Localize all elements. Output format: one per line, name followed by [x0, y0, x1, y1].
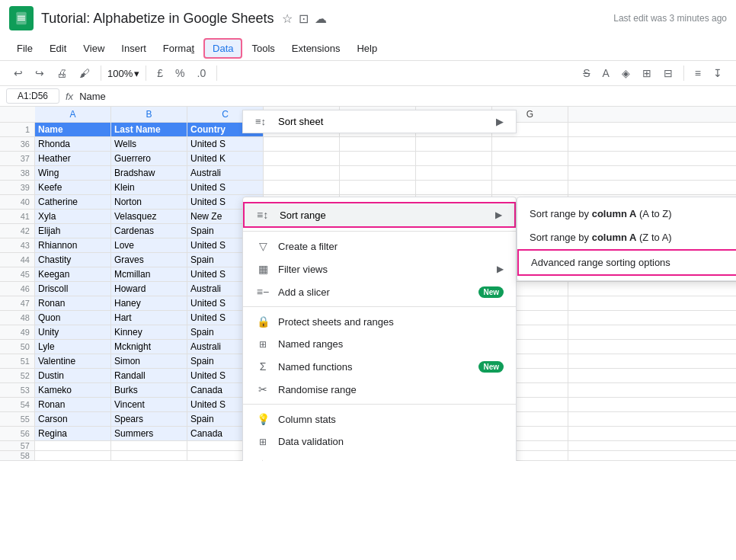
col-header-A[interactable]: A: [35, 107, 111, 122]
sort-range-menu-item[interactable]: ≡↕ Sort range ▶: [243, 202, 516, 228]
col-header-B[interactable]: B: [111, 107, 187, 122]
cell[interactable]: [111, 441, 187, 450]
cell[interactable]: Cardenas: [111, 224, 187, 238]
merge-button[interactable]: ⊟: [659, 64, 677, 82]
cell[interactable]: Quon: [35, 311, 111, 325]
cell[interactable]: Driscoll: [35, 282, 111, 296]
cell[interactable]: [35, 451, 111, 460]
cell[interactable]: Rhiannon: [35, 238, 111, 252]
menu-data[interactable]: Data: [203, 38, 242, 59]
borders-button[interactable]: ⊞: [638, 64, 656, 82]
cell[interactable]: [492, 166, 568, 180]
cell[interactable]: [264, 137, 340, 151]
cell[interactable]: Haney: [111, 296, 187, 310]
cell[interactable]: Rhonda: [35, 137, 111, 151]
cell[interactable]: Dustin: [35, 369, 111, 382]
cell[interactable]: Klein: [111, 181, 187, 194]
cell[interactable]: [416, 181, 492, 194]
percent-button[interactable]: %: [171, 64, 189, 82]
cell[interactable]: Simon: [111, 354, 187, 368]
cell[interactable]: [340, 166, 416, 180]
cell[interactable]: Wells: [111, 137, 187, 151]
cell[interactable]: Catherine: [35, 195, 111, 209]
cell[interactable]: Velasquez: [111, 210, 187, 223]
cell[interactable]: Love: [111, 238, 187, 252]
cell[interactable]: Spears: [111, 412, 187, 426]
cell[interactable]: United S: [187, 181, 264, 194]
cell[interactable]: Unity: [35, 325, 111, 339]
cell[interactable]: Bradshaw: [111, 166, 187, 180]
fill-color-button[interactable]: ◈: [617, 64, 635, 82]
menu-extensions[interactable]: Extensions: [284, 40, 348, 57]
cell[interactable]: Kinney: [111, 325, 187, 339]
cell-b1[interactable]: Last Name: [111, 123, 187, 136]
cell[interactable]: [340, 181, 416, 194]
advanced-sort-item[interactable]: Advanced range sorting options: [517, 249, 736, 276]
cell[interactable]: Howard: [111, 282, 187, 296]
cell[interactable]: [492, 181, 568, 194]
zoom-dropdown-icon[interactable]: ▾: [134, 68, 139, 79]
cell[interactable]: Regina: [35, 427, 111, 440]
cell[interactable]: Keefe: [35, 181, 111, 194]
cell-a1[interactable]: Name: [35, 123, 111, 136]
cell[interactable]: Kameko: [35, 383, 111, 397]
cell[interactable]: Summers: [111, 427, 187, 440]
add-slicer-item[interactable]: ≡− Add a slicer New: [243, 280, 516, 303]
cell[interactable]: [264, 152, 340, 165]
named-functions-item[interactable]: Σ Named functions New: [243, 355, 516, 378]
menu-view[interactable]: View: [75, 40, 112, 57]
cell[interactable]: [35, 441, 111, 450]
cell[interactable]: [492, 137, 568, 151]
currency-button[interactable]: £: [152, 64, 168, 82]
named-ranges-item[interactable]: ⊞ Named ranges: [243, 333, 516, 355]
decimal-button[interactable]: .0: [193, 64, 211, 82]
menu-tools[interactable]: Tools: [244, 40, 282, 57]
cell[interactable]: Chastity: [35, 253, 111, 267]
menu-format[interactable]: Format: [155, 40, 202, 57]
cloud-icon[interactable]: ☁: [315, 11, 327, 26]
cell[interactable]: Ronan: [35, 398, 111, 411]
paint-format-button[interactable]: 🖌: [75, 64, 94, 82]
protect-sheets-item[interactable]: 🔒 Protect sheets and ranges: [243, 310, 516, 333]
cell[interactable]: [416, 152, 492, 165]
create-filter-item[interactable]: ▽ Create a filter: [243, 235, 516, 258]
cell[interactable]: Vincent: [111, 398, 187, 411]
cell[interactable]: Valentine: [35, 354, 111, 368]
cell[interactable]: [340, 152, 416, 165]
column-stats-item[interactable]: 💡 Column stats: [243, 408, 516, 430]
data-validation-item[interactable]: ⊞ Data validation: [243, 430, 516, 453]
redo-button[interactable]: ↪: [30, 64, 49, 82]
print-button[interactable]: 🖨: [52, 64, 72, 82]
data-cleanup-item[interactable]: ✦ Data clean-up ▶: [243, 453, 516, 461]
cell[interactable]: Graves: [111, 253, 187, 267]
undo-button[interactable]: ↩: [9, 64, 27, 82]
cell[interactable]: Mcmillan: [111, 267, 187, 281]
randomise-range-item[interactable]: ✂ Randomise range: [243, 378, 516, 401]
cell[interactable]: Lyle: [35, 340, 111, 354]
cell[interactable]: Xyla: [35, 210, 111, 223]
folder-icon[interactable]: ⊡: [299, 11, 309, 26]
cell[interactable]: [264, 181, 340, 194]
menu-insert[interactable]: Insert: [114, 40, 154, 57]
sort-az-item[interactable]: Sort range by column A (A to Z): [517, 202, 736, 226]
text-color-button[interactable]: A: [597, 64, 613, 82]
strikethrough-button[interactable]: S: [578, 64, 594, 82]
cell[interactable]: United S: [187, 137, 264, 151]
star-icon[interactable]: ☆: [282, 11, 293, 26]
cell[interactable]: Guerrero: [111, 152, 187, 165]
formula-input[interactable]: Name: [79, 91, 730, 102]
menu-file[interactable]: File: [9, 40, 40, 57]
sort-sheet-item[interactable]: ≡↕ Sort sheet ▶: [243, 110, 516, 133]
cell[interactable]: Randall: [111, 369, 187, 382]
cell[interactable]: [492, 152, 568, 165]
cell[interactable]: Carson: [35, 412, 111, 426]
menu-help[interactable]: Help: [349, 40, 385, 57]
cell[interactable]: Norton: [111, 195, 187, 209]
cell[interactable]: Hart: [111, 311, 187, 325]
cell[interactable]: Mcknight: [111, 340, 187, 354]
cell[interactable]: [111, 451, 187, 460]
filter-views-item[interactable]: ▦ Filter views ▶: [243, 258, 516, 280]
menu-edit[interactable]: Edit: [42, 40, 74, 57]
cell[interactable]: [416, 166, 492, 180]
cell[interactable]: United K: [187, 152, 264, 165]
